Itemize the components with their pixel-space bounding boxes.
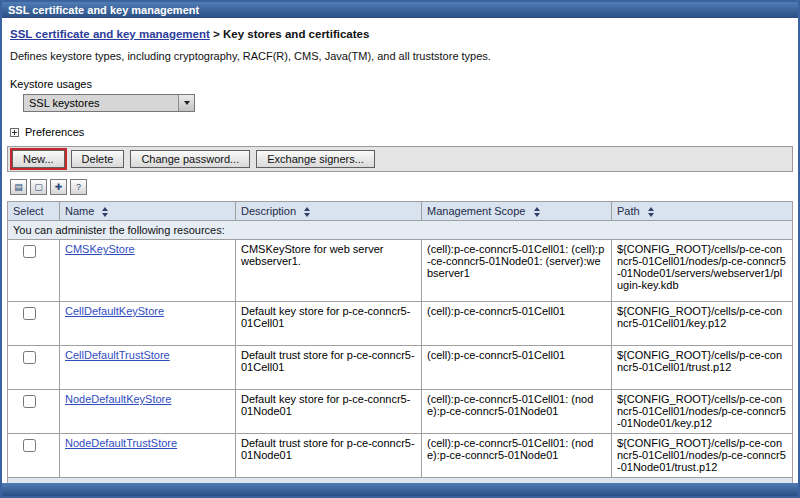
table-caption: You can administer the following resourc…: [8, 221, 793, 240]
breadcrumb-link[interactable]: SSL certificate and key management: [10, 28, 210, 40]
exchange-signers-button[interactable]: Exchange signers...: [256, 150, 375, 168]
column-label: Name: [65, 205, 94, 217]
select-cell: [8, 346, 60, 390]
column-header-select: Select: [8, 202, 60, 221]
select-cell: [8, 240, 60, 302]
table-row: NodeDefaultTrustStore Default trust stor…: [8, 434, 793, 478]
scope-cell: (cell):p-ce-conncr5-01Cell01: [422, 302, 612, 346]
name-cell: CellDefaultTrustStore: [60, 346, 236, 390]
sort-icon[interactable]: [534, 207, 540, 217]
expand-icon[interactable]: [10, 128, 19, 137]
column-label: Description: [241, 205, 296, 217]
column-header-name[interactable]: Name: [60, 202, 236, 221]
path-cell: ${CONFIG_ROOT}/cells/p-ce-conncr5-01Cell…: [612, 240, 793, 302]
keystore-usages-value: SSL keystores: [24, 97, 178, 109]
column-header-description[interactable]: Description: [236, 202, 422, 221]
window-title: SSL certificate and key management: [8, 4, 199, 16]
description-cell: Default key store for p-ce-conncr5-01Nod…: [236, 390, 422, 434]
dropdown-arrow-button[interactable]: [178, 95, 194, 111]
table-header-row: Select Name Description Management Scope: [8, 202, 793, 221]
keystore-link[interactable]: NodeDefaultTrustStore: [65, 437, 177, 449]
console-window: SSL certificate and key management SSL c…: [0, 0, 800, 498]
preferences-toggle[interactable]: Preferences: [10, 126, 790, 138]
table-row: CellDefaultKeyStore Default key store fo…: [8, 302, 793, 346]
table-body: CMSKeyStore CMSKeyStore for web server w…: [8, 240, 793, 478]
scope-cell: (cell):p-ce-conncr5-01Cell01: (cell):p-c…: [422, 240, 612, 302]
select-cell: [8, 302, 60, 346]
sort-icon[interactable]: [304, 207, 310, 217]
help-icon[interactable]: ?: [70, 179, 87, 195]
row-checkbox[interactable]: [23, 307, 36, 320]
change-password-button[interactable]: Change password...: [130, 150, 250, 168]
window-bottom-bar: [2, 483, 798, 496]
path-cell: ${CONFIG_ROOT}/cells/p-ce-conncr5-01Cell…: [612, 434, 793, 478]
name-cell: CellDefaultKeyStore: [60, 302, 236, 346]
row-checkbox[interactable]: [23, 395, 36, 408]
path-cell: ${CONFIG_ROOT}/cells/p-ce-conncr5-01Cell…: [612, 390, 793, 434]
description-cell: Default trust store for p-ce-conncr5-01N…: [236, 434, 422, 478]
table-row: NodeDefaultKeyStore Default key store fo…: [8, 390, 793, 434]
action-button-bar: New... Delete Change password... Exchang…: [7, 146, 793, 172]
column-header-path[interactable]: Path: [612, 202, 793, 221]
description-cell: Default key store for p-ce-conncr5-01Cel…: [236, 302, 422, 346]
keystore-usages-select[interactable]: SSL keystores: [23, 94, 195, 112]
keystore-usages-label: Keystore usages: [10, 78, 790, 90]
select-all-icon[interactable]: ▤: [10, 179, 27, 195]
sort-icon[interactable]: [102, 207, 108, 217]
keystore-link[interactable]: CellDefaultKeyStore: [65, 305, 164, 317]
breadcrumb-separator: >: [210, 28, 223, 40]
row-checkbox[interactable]: [23, 245, 36, 258]
breadcrumb: SSL certificate and key management > Key…: [10, 28, 790, 40]
name-cell: CMSKeyStore: [60, 240, 236, 302]
path-cell: ${CONFIG_ROOT}/cells/p-ce-conncr5-01Cell…: [612, 302, 793, 346]
description-cell: CMSKeyStore for web server webserver1.: [236, 240, 422, 302]
column-label: Select: [13, 205, 44, 217]
table-caption-row: You can administer the following resourc…: [8, 221, 793, 240]
column-label: Path: [617, 205, 640, 217]
select-cell: [8, 390, 60, 434]
column-header-scope[interactable]: Management Scope: [422, 202, 612, 221]
scope-cell: (cell):p-ce-conncr5-01Cell01: [422, 346, 612, 390]
table-row: CellDefaultTrustStore Default trust stor…: [8, 346, 793, 390]
path-cell: ${CONFIG_ROOT}/cells/p-ce-conncr5-01Cell…: [612, 346, 793, 390]
keystores-table: Select Name Description Management Scope: [7, 201, 793, 483]
keystore-link[interactable]: CMSKeyStore: [65, 243, 135, 255]
deselect-all-icon[interactable]: ▢: [30, 179, 47, 195]
column-label: Management Scope: [427, 205, 525, 217]
delete-button[interactable]: Delete: [71, 150, 125, 168]
new-button[interactable]: New...: [12, 150, 65, 168]
preferences-label: Preferences: [25, 126, 84, 138]
keystore-link[interactable]: NodeDefaultKeyStore: [65, 393, 171, 405]
scope-cell: (cell):p-ce-conncr5-01Cell01: (node):p-c…: [422, 390, 612, 434]
description-cell: Default trust store for p-ce-conncr5-01C…: [236, 346, 422, 390]
table-icon-toolbar: ▤▢✚?: [10, 179, 790, 195]
table-row: CMSKeyStore CMSKeyStore for web server w…: [8, 240, 793, 302]
name-cell: NodeDefaultTrustStore: [60, 434, 236, 478]
window-title-bar: SSL certificate and key management: [2, 2, 798, 18]
row-checkbox[interactable]: [23, 439, 36, 452]
scope-cell: (cell):p-ce-conncr5-01Cell01: (node):p-c…: [422, 434, 612, 478]
row-checkbox[interactable]: [23, 351, 36, 364]
breadcrumb-current: Key stores and certificates: [223, 28, 369, 40]
name-cell: NodeDefaultKeyStore: [60, 390, 236, 434]
sort-icon[interactable]: [648, 207, 654, 217]
chevron-down-icon: [184, 101, 190, 105]
show-filter-icon[interactable]: ✚: [50, 179, 67, 195]
keystore-link[interactable]: CellDefaultTrustStore: [65, 349, 170, 361]
page-description: Defines keystore types, including crypto…: [10, 50, 790, 62]
page-content: SSL certificate and key management > Key…: [2, 18, 798, 483]
select-cell: [8, 434, 60, 478]
